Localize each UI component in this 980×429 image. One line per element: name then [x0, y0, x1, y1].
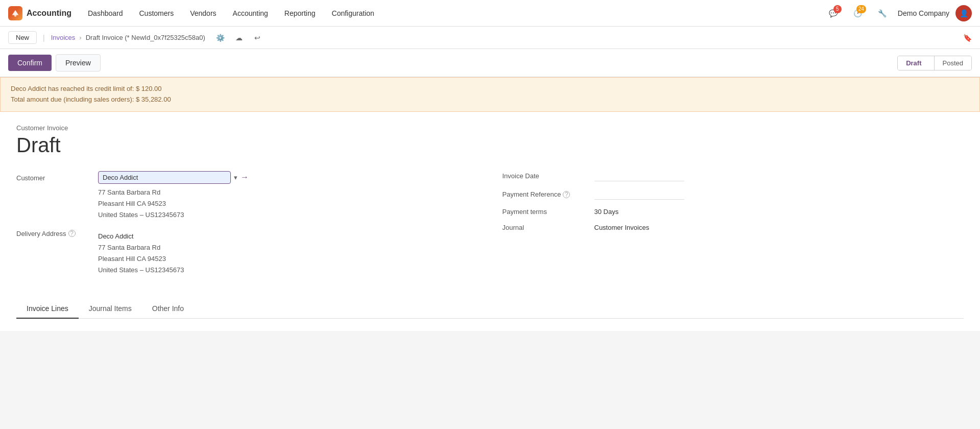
delivery-label: Delivery Address ? [16, 229, 98, 237]
journal-row: Journal Customer Invoices [503, 224, 964, 231]
warning-line2: Total amount due (including sales orders… [11, 94, 969, 105]
breadcrumb-parent[interactable]: Invoices [51, 34, 76, 41]
nav-dashboard[interactable]: Dashboard [80, 0, 131, 27]
form-right: Invoice Date Payment Reference ? Payment… [503, 171, 964, 283]
delivery-row: Delivery Address ? Deco Addict 77 Santa … [16, 229, 478, 276]
upload-icon-btn[interactable]: ☁ [232, 31, 246, 45]
tab-other-info[interactable]: Other Info [142, 299, 194, 319]
journal-label: Journal [503, 224, 594, 231]
nav-right: 💬 5 🕐 24 🔧 Demo Company 👤 [824, 4, 972, 22]
delivery-name: Deco Addict [98, 231, 184, 242]
settings-btn[interactable]: 🔧 [873, 4, 892, 22]
tabs-bar: Invoice Lines Journal Items Other Info [16, 299, 964, 319]
tab-journal-items[interactable]: Journal Items [79, 299, 142, 319]
invoice-date-row: Invoice Date [503, 171, 964, 181]
delivery-help-icon: ? [68, 230, 76, 237]
invoice-title: Draft [16, 134, 964, 157]
form-left: Customer ▾ → 77 Santa Barbara Rd Pleasan… [16, 171, 478, 283]
payment-terms-value[interactable]: 30 Days [594, 208, 619, 216]
undo-icon: ↩ [254, 34, 260, 42]
customer-dropdown-btn[interactable]: ▾ [234, 174, 237, 181]
delivery-address: Deco Addict 77 Santa Barbara Rd Pleasant… [98, 231, 184, 276]
user-avatar[interactable]: 👤 [955, 5, 972, 21]
tab-invoice-lines[interactable]: Invoice Lines [16, 299, 79, 319]
bookmark-btn[interactable]: 🔖 [963, 34, 972, 42]
payment-ref-input[interactable] [594, 189, 684, 200]
breadcrumb-right: 🔖 [963, 34, 972, 42]
breadcrumb-chevron: › [79, 34, 81, 41]
form-section: Customer ▾ → 77 Santa Barbara Rd Pleasan… [16, 171, 964, 283]
invoice-date-label: Invoice Date [503, 172, 594, 180]
journal-value[interactable]: Customer Invoices [594, 224, 650, 231]
address-line2: Pleasant Hill CA 94523 [98, 198, 478, 209]
status-posted[interactable]: Posted [934, 56, 971, 70]
wrench-icon: 🔧 [878, 9, 887, 17]
breadcrumb-separator-1: | [43, 34, 45, 42]
warning-banner: Deco Addict has reached its credit limit… [0, 77, 980, 112]
payment-ref-help-icon: ? [563, 191, 570, 198]
status-steps: Draft Posted [897, 56, 972, 70]
settings-icon-btn[interactable]: ⚙️ [213, 31, 228, 45]
payment-terms-row: Payment terms 30 Days [503, 208, 964, 216]
avatar-icon: 👤 [960, 9, 968, 17]
status-draft[interactable]: Draft [898, 56, 934, 70]
delivery-line1: 77 Santa Barbara Rd [98, 242, 184, 253]
preview-button[interactable]: Preview [56, 54, 101, 72]
top-nav: Accounting Dashboard Customers Vendors A… [0, 0, 980, 27]
address-line3: United States – US12345673 [98, 209, 478, 221]
customer-address: 77 Santa Barbara Rd Pleasant Hill CA 945… [98, 187, 478, 221]
nav-reporting[interactable]: Reporting [276, 0, 324, 27]
clock-badge: 24 [856, 5, 866, 13]
chat-notifications-btn[interactable]: 💬 5 [824, 4, 843, 22]
upload-icon: ☁ [235, 34, 243, 42]
logo-icon [8, 6, 22, 20]
clock-notifications-btn[interactable]: 🕐 24 [849, 4, 867, 22]
app-name: Accounting [27, 9, 71, 18]
breadcrumb-current: Draft Invoice (* NewId_0x7f25325c58a0) [86, 34, 205, 41]
nav-vendors[interactable]: Vendors [182, 0, 224, 27]
nav-customers[interactable]: Customers [131, 0, 182, 27]
undo-icon-btn[interactable]: ↩ [250, 31, 265, 45]
customer-row: Customer ▾ → [16, 171, 478, 184]
new-button[interactable]: New [8, 31, 37, 44]
breadcrumb-icons: ⚙️ ☁ ↩ [213, 31, 265, 45]
svg-point-0 [14, 14, 17, 17]
invoice-type-label: Customer Invoice [16, 124, 964, 132]
delivery-line3: United States – US12345673 [98, 265, 184, 276]
invoice-date-input[interactable] [594, 171, 684, 181]
customer-address-row: 77 Santa Barbara Rd Pleasant Hill CA 945… [98, 187, 478, 221]
nav-accounting[interactable]: Accounting [225, 0, 276, 27]
nav-configuration[interactable]: Configuration [324, 0, 383, 27]
chat-badge: 5 [833, 5, 842, 13]
payment-ref-label: Payment Reference ? [503, 190, 594, 198]
customer-input[interactable] [98, 171, 231, 184]
confirm-button[interactable]: Confirm [8, 55, 52, 71]
nav-menu: Dashboard Customers Vendors Accounting R… [80, 0, 824, 27]
warning-line1: Deco Addict has reached its credit limit… [11, 84, 969, 94]
action-bar: Confirm Preview Draft Posted [0, 49, 980, 77]
payment-ref-row: Payment Reference ? [503, 189, 964, 200]
main-content: Customer Invoice Draft Customer ▾ → 77 S… [0, 112, 980, 331]
payment-terms-label: Payment terms [503, 208, 594, 216]
breadcrumb-bar: New | Invoices › Draft Invoice (* NewId_… [0, 27, 980, 49]
app-logo[interactable]: Accounting [8, 6, 71, 20]
gear-icon: ⚙️ [216, 34, 225, 42]
status-bar: Draft Posted [897, 56, 972, 70]
customer-input-wrap: ▾ → [98, 171, 478, 184]
delivery-line2: Pleasant Hill CA 94523 [98, 253, 184, 265]
customer-label: Customer [16, 171, 98, 182]
customer-external-link-btn[interactable]: → [241, 173, 249, 182]
company-name: Demo Company [898, 9, 949, 17]
address-line1: 77 Santa Barbara Rd [98, 187, 478, 198]
